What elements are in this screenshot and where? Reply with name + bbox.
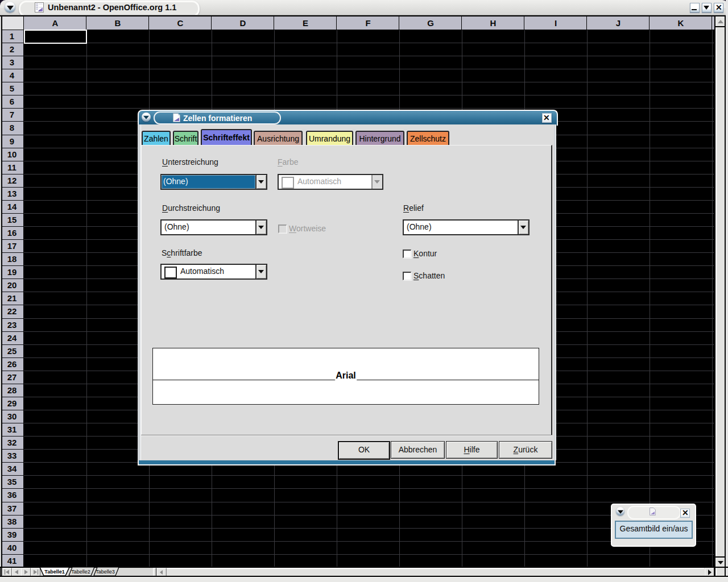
svg-text:Tabelle3: Tabelle3 [96, 569, 115, 575]
svg-text:Tabelle2: Tabelle2 [71, 569, 90, 575]
svg-text:Tabelle1: Tabelle1 [44, 569, 64, 575]
